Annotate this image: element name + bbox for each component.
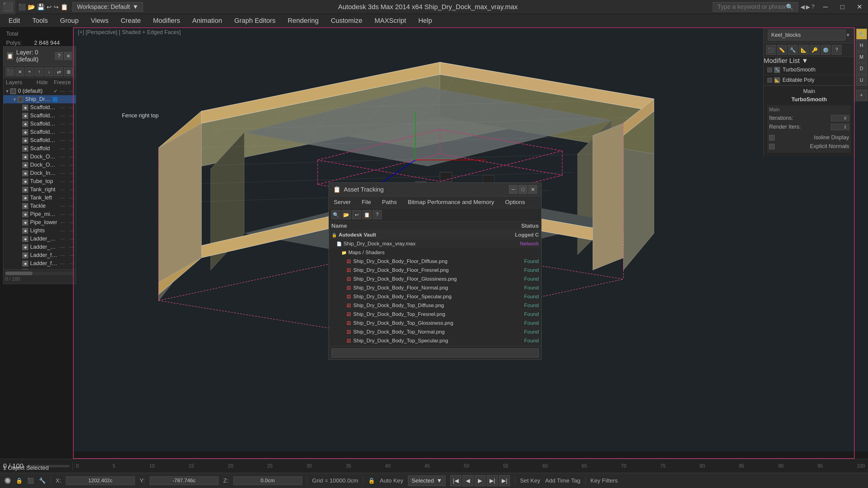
mod-sub-btn-3[interactable]: 🔧 [788,45,798,55]
layer-item-scaffold[interactable]: ◆ Scaffold —— [3,144,76,153]
ap-row-file[interactable]: 📄 Ship_Dry_Dock_max_vray.max Network [329,239,541,249]
ap-row-asset-5[interactable]: 🖼 Ship_Dry_Dock_Body_Floor_Glossiness.pn… [329,275,541,284]
render-iters-input[interactable] [831,124,849,130]
layer-merge-button[interactable]: ⇄ [55,67,63,76]
search-icon[interactable]: 🔍 [786,3,794,11]
ap-btn-3[interactable]: ↩ [352,210,361,219]
layers-scrollbar-thumb[interactable] [5,271,33,275]
layer-item-tank-left[interactable]: ◆ Tank_left —— [3,194,76,202]
ap-row-asset-10[interactable]: 🖼 Ship_Dry_Dock_Body_Top_Glossiness.png … [329,319,541,328]
menu-group[interactable]: Group [55,15,84,27]
ap-row-asset-6[interactable]: 🖼 Ship_Dry_Dock_Body_Floor_Normal.png Fo… [329,284,541,292]
z-input[interactable] [234,477,302,485]
ap-btn-5[interactable]: ? [373,210,382,219]
menu-graph-editors[interactable]: Graph Editors [229,15,281,27]
object-name-input[interactable] [768,30,845,40]
layer-item-dock-inside[interactable]: ◆ Dock_Inside —— [3,169,76,177]
mod-sub-btn-2[interactable]: ✏️ [777,45,787,55]
asset-minimize-button[interactable]: ─ [509,185,518,194]
layer-list[interactable]: ▼ ⬛ 0 (default) ✓ —— ▼ ⬛ Ship_Dry_Dock —… [3,87,76,269]
prev-frame-button[interactable]: ◀ [462,475,473,486]
nav-icon-1[interactable]: ◀ [801,4,805,10]
layer-item-ladder-rear-right[interactable]: ◆ Ladder_rear_right —— [3,235,76,243]
status-icon-4[interactable]: 🔧 [39,477,45,484]
layer-delete-button[interactable]: ✕ [16,67,24,76]
ap-row-asset-12[interactable]: 🖼 Ship_Dry_Dock_Body_Top_Specular.png Fo… [329,336,541,346]
go-start-button[interactable]: |◀ [450,475,461,486]
layer-item-lights[interactable]: ◆ Lights —— [3,227,76,235]
layer-item-dock-outside-01[interactable]: ◆ Dock_Outside_01 —— [3,161,76,169]
menu-create[interactable]: Create [115,15,146,27]
menu-animation[interactable]: Animation [187,15,227,27]
layer-move-down-button[interactable]: ↓ [45,67,53,76]
ap-row-asset-8[interactable]: 🖼 Ship_Dry_Dock_Body_Top_Diffuse.png Fou… [329,301,541,310]
clipboard-icon[interactable]: 📋 [61,3,68,11]
layer-item-tank-right[interactable]: ◆ Tank_right —— [3,186,76,194]
layer-new-button[interactable]: ⬛ [6,67,14,76]
layer-move-up-button[interactable]: ↑ [35,67,43,76]
lock-icon[interactable]: 🔒 [368,477,375,484]
nav-icon-2[interactable]: ▶ [806,4,810,10]
help-icon[interactable]: ? [811,4,814,10]
menu-modifiers[interactable]: Modifiers [148,15,186,27]
hierarchy-icon[interactable]: H [856,40,867,51]
ap-row-asset-7[interactable]: 🖼 Ship_Dry_Dock_Body_Floor_Specular.png … [329,292,541,301]
layer-item-ship-dry-dock[interactable]: ▼ ⬛ Ship_Dry_Dock —— [3,95,76,103]
mod-sub-btn-4[interactable]: 📐 [799,45,809,55]
layer-item-scaffold-first[interactable]: ◆ Scaffold_first_floor —— [3,103,76,111]
modifier-editable-poly[interactable]: 📐 Editable Poly [764,75,855,86]
ap-menu-bitmap[interactable]: Bitmap Performance and Memory [405,198,497,207]
layers-close-button[interactable]: ✕ [64,52,72,60]
layer-item-scaffold-second[interactable]: ◆ Scaffold_second_floor —— [3,128,76,136]
asset-close-button[interactable]: ✕ [528,185,537,194]
layer-item-ladder-rear-left[interactable]: ◆ Ladder_rear_left —— [3,243,76,251]
mod-check-turbosmooth[interactable] [767,67,772,72]
new-icon[interactable]: ⬛ [18,3,26,11]
ap-btn-1[interactable]: 🔍 [331,210,340,219]
layer-item-tackle[interactable]: ◆ Tackle —— [3,202,76,210]
layer-item-ladder-front-left[interactable]: ◆ Ladder_front_left —— [3,259,76,267]
redo-icon[interactable]: ↪ [54,3,59,11]
menu-customize[interactable]: Customize [325,15,368,27]
open-icon[interactable]: 📂 [28,3,35,11]
ap-btn-2[interactable]: 📂 [342,210,351,219]
search-box[interactable]: 🔍 [713,2,798,12]
menu-edit[interactable]: Edit [3,15,26,27]
menu-maxscript[interactable]: MAXScript [369,15,412,27]
explicit-normals-checkbox[interactable] [769,144,775,149]
name-dropdown-icon[interactable]: ▼ [845,33,850,38]
ap-btn-4[interactable]: 📋 [362,210,371,219]
undo-icon[interactable]: ↩ [46,3,52,11]
y-input[interactable] [150,477,218,485]
layer-item-pipe-middle[interactable]: ◆ Pipe_middle —— [3,210,76,218]
layer-expand-button[interactable]: ⊞ [64,67,73,76]
next-frame-button[interactable]: ▶| [487,475,498,486]
layer-add-button[interactable]: + [25,67,34,76]
ap-row-asset-4[interactable]: 🖼 Ship_Dry_Dock_Body_Floor_Fresnel.png F… [329,266,541,275]
ap-row-vault[interactable]: 🔒 Autodesk Vault Logged C [329,231,541,239]
ap-menu-paths[interactable]: Paths [380,198,400,207]
maximize-button[interactable]: □ [834,0,851,14]
create-icon[interactable]: + [856,90,867,101]
display-icon[interactable]: D [856,63,867,74]
minimize-button[interactable]: ─ [817,0,834,14]
menu-views[interactable]: Views [85,15,114,27]
selected-dropdown-icon[interactable]: ▼ [436,477,442,484]
asset-search-input[interactable] [331,349,539,358]
menu-rendering[interactable]: Rendering [282,15,324,27]
layer-item-scaffold-third[interactable]: ◆ Scaffold_third_floor —— [3,136,76,144]
mod-sub-btn-5[interactable]: 🔑 [810,45,819,55]
mod-sub-btn-1[interactable]: ⬛ [766,45,776,55]
modifier-list-dropdown[interactable]: ▼ [802,57,808,64]
layer-item-ladder-center[interactable]: ◆ Ladder_center —— [3,267,76,269]
layer-item-ladder-front-right[interactable]: ◆ Ladder_front_right —— [3,251,76,259]
search-input[interactable] [717,3,786,10]
layer-item-tube-top[interactable]: ◆ Tube_top —— [3,177,76,186]
save-icon[interactable]: 💾 [37,3,45,11]
asset-maximize-button[interactable]: □ [519,185,527,194]
iterations-input[interactable] [831,115,849,121]
selected-dropdown[interactable]: Selected ▼ [408,476,445,486]
timeline-track[interactable]: 0510152025 303540455055 606570758085 909… [73,459,868,473]
asset-list[interactable]: 🔒 Autodesk Vault Logged C 📄 Ship_Dry_Doc… [329,231,541,346]
close-button[interactable]: ✕ [851,0,868,14]
